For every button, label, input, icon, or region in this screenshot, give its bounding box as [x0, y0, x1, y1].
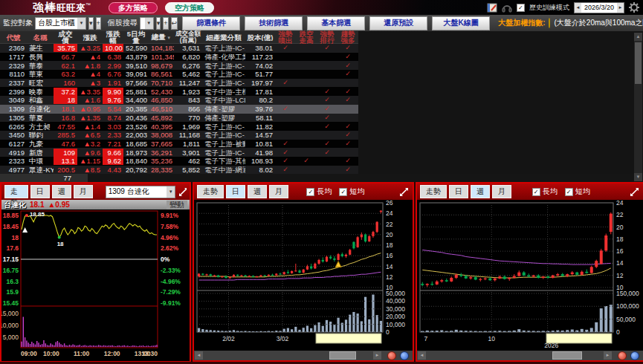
monitor-dropdown-button[interactable]: ▾	[88, 17, 94, 30]
zoom-in-button[interactable]	[630, 351, 639, 360]
symbol-select[interactable]: 1309 台達化▼	[106, 186, 176, 198]
table-row[interactable]: 2399映泰37.2▲3.359.9025,88152,4301,923電子中游…	[0, 87, 358, 96]
scroll-down-icon[interactable]: ▼	[634, 173, 642, 181]
ma-checkbox-item[interactable]: ✓長均	[306, 186, 332, 197]
table-row[interactable]: 8110華東63.2▲46.7639,09186,5615,462電子上游-IC…	[0, 70, 358, 79]
filter-criteria-button[interactable]: 篩選條件	[182, 16, 240, 30]
column-header[interactable]: 名稱	[27, 34, 54, 41]
column-header[interactable]: 趨勢強多	[337, 30, 358, 44]
column-header[interactable]: 強勢排行	[317, 30, 337, 44]
column-header[interactable]: 強勢噴出	[275, 30, 296, 44]
tab-週[interactable]: 週	[52, 185, 71, 198]
date-prev-icon[interactable]: ◄	[575, 3, 581, 13]
scroll-thumb[interactable]	[552, 351, 582, 360]
notebook-icon[interactable]	[487, 3, 497, 13]
expand-icon[interactable]	[178, 186, 187, 198]
expand-icon[interactable]	[398, 186, 410, 198]
headset-icon[interactable]	[502, 3, 512, 13]
scroll-up-icon[interactable]: ▲	[634, 33, 642, 41]
daily-kline-chart[interactable]: 26242220181614121050,00040,00030,00020,0…	[194, 200, 413, 350]
table-row[interactable]: 2337旺宏160▲31.9197,56670,71011,247電子上游-IC…	[0, 79, 358, 88]
monitor-select[interactable]: 台股上市櫃▼	[35, 17, 86, 30]
chevron-down-icon[interactable]: ▼	[167, 186, 175, 198]
tab-走勢[interactable]: 走勢	[197, 185, 224, 198]
intraday-chart[interactable]: 18.859.91%18.457.58%184.96%17.62.62%17.1…	[1, 209, 190, 361]
daily-chart-scrollbar[interactable]: ◄►	[194, 351, 413, 360]
checkbox-checked-icon[interactable]: ✓	[532, 188, 540, 196]
ma-checkbox-item[interactable]: ✓短均	[339, 186, 364, 197]
tab-日[interactable]: 日	[449, 185, 468, 198]
table-cell: ▲4	[77, 53, 103, 61]
table-cell: 20,792	[123, 166, 149, 174]
tab-走勢[interactable]: 走勢	[4, 185, 28, 198]
checkbox-checked-icon[interactable]: ✓	[306, 188, 314, 196]
chevron-down-icon[interactable]: ▼	[77, 18, 85, 29]
column-header[interactable]: 股本(億)	[245, 34, 275, 41]
search-add-button[interactable]: +	[163, 17, 168, 30]
date-picker[interactable]: ◄ 2026/3/20 ►	[574, 2, 624, 13]
tab-月[interactable]: 月	[492, 185, 511, 198]
table-row[interactable]: 1309台達化18.1▲0.955.5420,38546,510866傳產-塑膠…	[0, 105, 358, 114]
table-row[interactable]: 3049和鑫18▲1.69.7634,40046,850843電子中游-LCD……	[0, 96, 358, 105]
zoom-out-button[interactable]	[618, 351, 627, 360]
table-scrollbar[interactable]: ▲ ▼	[634, 33, 642, 181]
weekly-chart-scrollbar[interactable]: ◄►	[417, 351, 643, 360]
column-header[interactable]: 成交金額(百萬)	[174, 30, 202, 44]
column-header[interactable]: 5日均量	[123, 30, 149, 44]
sort-desc-icon[interactable]: ▼	[166, 36, 172, 40]
table-row[interactable]: 2329華泰62.1▲1.82.9939,51098,6796,276電子上游-…	[0, 61, 358, 70]
scroll-left-icon[interactable]: ◄	[195, 351, 203, 360]
column-header[interactable]: 漲跌幅	[103, 30, 123, 44]
chevron-down-icon[interactable]: ▼	[145, 18, 153, 29]
table-row[interactable]: 4919新唐109▲9.69.6618,97336,2913,901電子上游-I…	[0, 148, 358, 157]
fundamental-filter-button[interactable]: 基本篩選	[307, 16, 365, 30]
checkbox-checked-icon[interactable]: ✓	[565, 188, 573, 196]
date-next-icon[interactable]: ►	[617, 3, 624, 13]
market-kline-button[interactable]: 大盤K線圖	[432, 16, 490, 30]
tab-日[interactable]: 日	[226, 185, 245, 198]
column-header[interactable]: 代號	[0, 34, 27, 41]
column-header[interactable]: 總量 ▼	[149, 33, 174, 42]
reset-default-button[interactable]: 還原預設	[369, 16, 427, 30]
tab-日[interactable]: 日	[30, 185, 50, 198]
table-row[interactable]: 1305華夏16.8▲1.358.7420,43645,892770傳產-塑膠5…	[0, 114, 358, 123]
bear-strategy-button[interactable]: 空方策略	[165, 2, 214, 13]
change-mode-button[interactable]: 變動	[167, 201, 187, 209]
technical-filter-button[interactable]: 技術篩選	[245, 16, 303, 30]
weekly-kline-chart[interactable]: 2422201816141210150,000100,00050,0000710…	[417, 200, 643, 350]
scroll-right-icon[interactable]: ►	[604, 351, 612, 360]
zoom-out-button[interactable]	[387, 351, 396, 360]
search-input[interactable]: ▼	[140, 17, 154, 30]
tab-月[interactable]: 月	[269, 185, 288, 198]
table-row[interactable]: 2369菱生35.75▲3.2510.0052,590104,1833,631電…	[0, 44, 358, 53]
scroll-left-icon[interactable]: ◄	[418, 351, 426, 360]
tab-週[interactable]: 週	[471, 185, 490, 198]
table-row[interactable]: 2323中環13.1▲1.159.6218,84035,236462電子下游-其…	[0, 157, 358, 166]
column-header[interactable]: 成交價	[54, 30, 77, 44]
table-row[interactable]: 1717長興66.7▲46.3843,879101,3456,820傳產-化學工…	[0, 53, 358, 62]
scroll-right-icon[interactable]: ►	[373, 351, 381, 360]
column-header[interactable]: 漲跌	[77, 34, 103, 41]
table-row[interactable]: 6265方土昶47.55▲1.43.0323,52640,3951,969電子上…	[0, 122, 358, 131]
settings-gear-icon[interactable]	[629, 2, 639, 13]
scroll-thumb[interactable]	[635, 42, 642, 84]
checkbox-checked-icon[interactable]: ✓	[339, 188, 347, 196]
bull-strategy-button[interactable]: 多方策略	[109, 2, 158, 13]
search-undo-button[interactable]: ↩	[171, 17, 178, 30]
history-mode-checkbox[interactable]: ✓	[517, 4, 525, 12]
zoom-in-button[interactable]	[400, 351, 409, 360]
table-row[interactable]: 6127九豪47.6▲3.27.2118,68537,6651,811電子上游-…	[0, 140, 358, 149]
ma-checkbox-item[interactable]: ✓短均	[565, 186, 590, 197]
monitor-add-button[interactable]: +	[96, 17, 101, 30]
scroll-thumb[interactable]	[329, 351, 355, 360]
search-dropdown-button[interactable]: ▾	[156, 17, 161, 30]
tab-月[interactable]: 月	[74, 185, 93, 198]
tab-週[interactable]: 週	[248, 185, 267, 198]
tab-走勢[interactable]: 走勢	[420, 185, 447, 198]
ma-checkbox-item[interactable]: ✓長均	[532, 186, 558, 197]
expand-icon[interactable]	[629, 186, 640, 198]
table-row[interactable]: 4977眾達-KY200.5▲8.54.4320,79228,3355,852電…	[0, 166, 358, 175]
table-row[interactable]: 3450聯鈞285.5▲6.52.3322,00338,00811,168電子上…	[0, 131, 358, 140]
column-header[interactable]: 細產業分類	[202, 34, 245, 41]
column-header[interactable]: 跌空走高	[296, 30, 317, 44]
